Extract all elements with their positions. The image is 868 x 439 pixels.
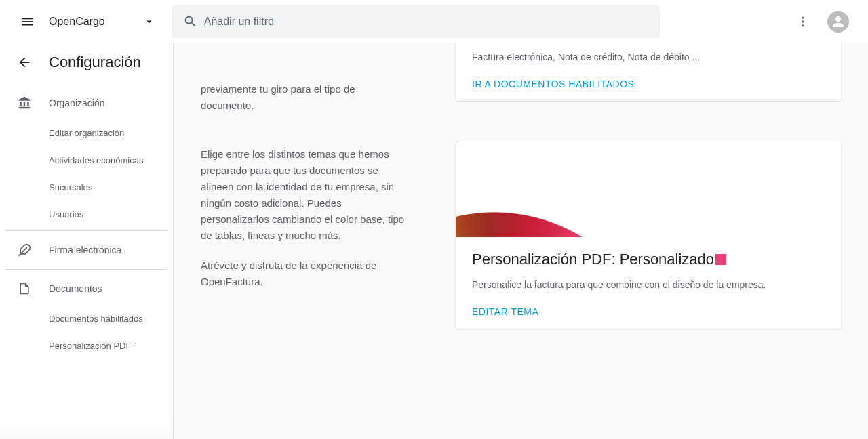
avatar-icon [827, 11, 849, 33]
app-switcher[interactable]: OpenCargo [49, 16, 155, 28]
nav-sublabel: Personalización PDF [49, 341, 131, 351]
nav-sublabel: Documentos habilitados [49, 314, 143, 324]
sidebar-title: Configuración [49, 54, 141, 71]
nav-sublabel: Usuarios [49, 209, 83, 220]
section-description: Elige entre los distintos temas que hemo… [201, 141, 407, 290]
document-icon [16, 280, 33, 297]
menu-button[interactable] [11, 5, 43, 38]
svg-rect-0 [22, 18, 33, 20]
appbar-right [789, 8, 868, 35]
nav-subitem-docs-habilitados[interactable]: Documentos habilitados [0, 305, 173, 332]
hamburger-icon [20, 14, 35, 29]
svg-rect-1 [22, 21, 33, 22]
card-description: Factura electrónica, Nota de crédito, No… [472, 50, 825, 64]
feather-icon [16, 242, 33, 258]
card-media [456, 141, 841, 237]
nav-label: Organización [49, 98, 105, 108]
card-action-edit-theme[interactable]: Editar tema [472, 306, 538, 317]
card-title: Personalización PDF: Personalizado [472, 251, 825, 268]
nav-sublabel: Actividades económicas [49, 155, 143, 165]
more-vert-icon [796, 15, 810, 28]
nav-sublabel: Editar organización [49, 128, 124, 138]
sidebar-header: Configuración [0, 43, 173, 81]
nav-subitem-sucursales[interactable]: Sucursales [0, 173, 173, 201]
bank-icon [16, 95, 33, 111]
arrow-back-icon [17, 55, 32, 70]
section-personalizacion-pdf: Elige entre los distintos temas que hemo… [201, 141, 841, 329]
app-title: OpenCargo [49, 16, 105, 28]
back-button[interactable] [16, 54, 33, 70]
nav-subitem-actividades[interactable]: Actividades económicas [0, 146, 173, 173]
main-content: previamente tu giro para el tipo de docu… [174, 43, 868, 439]
account-button[interactable] [825, 8, 852, 35]
section-docs-habilitados: previamente tu giro para el tipo de docu… [201, 43, 841, 114]
nav-item-organizacion[interactable]: Organización [0, 87, 173, 119]
nav-label: Documentos [49, 283, 102, 294]
search-bar[interactable] [172, 5, 660, 38]
svg-rect-2 [22, 24, 33, 26]
nav-sublabel: Sucursales [49, 182, 92, 192]
card-description: Personalice la factura para que combine … [472, 278, 825, 292]
card-actions: Editar tema [456, 300, 841, 329]
appbar: OpenCargo [0, 0, 868, 43]
card-title-text: Personalización PDF: Personalizado [472, 251, 714, 268]
more-button[interactable] [789, 8, 816, 35]
svg-point-4 [802, 20, 804, 22]
section-desc-text: previamente tu giro para el tipo de docu… [201, 81, 407, 114]
divider [5, 230, 167, 231]
card-body: Documentos habilitados para facturación … [456, 43, 841, 72]
chevron-down-icon [143, 16, 155, 28]
divider [5, 269, 167, 270]
svg-point-3 [802, 17, 804, 19]
nav-label: Firma electrónica [49, 245, 121, 255]
card-body: Personalización PDF: Personalizado Perso… [456, 237, 841, 300]
card-docs-habilitados: Documentos habilitados para facturación … [456, 43, 841, 101]
search-input[interactable] [204, 5, 654, 38]
section-desc-text: Elige entre los distintos temas que hemo… [201, 146, 407, 244]
card-actions: Ir a documentos habilitados [456, 72, 841, 101]
nav-subitem-usuarios[interactable]: Usuarios [0, 201, 173, 228]
section-desc-text: Atrévete y disfruta de la experiencia de… [201, 257, 407, 290]
nav-section: Organización Editar organización Activid… [0, 81, 173, 359]
nav-subitem-editar-org[interactable]: Editar organización [0, 119, 173, 146]
card-personalizacion-pdf: Personalización PDF: Personalizado Perso… [456, 141, 841, 329]
nav-subitem-personalizacion-pdf[interactable]: Personalización PDF [0, 332, 173, 359]
sidebar: Configuración Organización Editar organi… [0, 43, 174, 439]
section-description: previamente tu giro para el tipo de docu… [201, 43, 407, 114]
nav-item-documentos[interactable]: Documentos [0, 272, 173, 305]
nav-item-firma[interactable]: Firma electrónica [0, 234, 173, 266]
svg-point-5 [802, 24, 804, 26]
search-icon [177, 8, 204, 35]
theme-color-chip [715, 254, 726, 265]
card-action-docs[interactable]: Ir a documentos habilitados [472, 79, 634, 89]
